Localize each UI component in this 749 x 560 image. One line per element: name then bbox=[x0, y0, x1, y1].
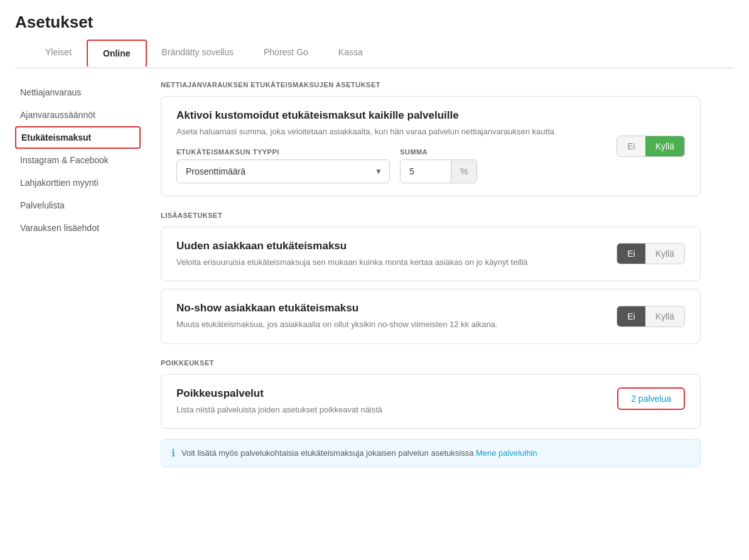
info-icon: ℹ bbox=[171, 447, 175, 459]
section2-title: LISÄASETUKSET bbox=[161, 212, 701, 219]
card-activate-prepayment-content: Aktivoi kustomoidut etukäteismaksut kaik… bbox=[176, 109, 685, 183]
card-activate-prepayment: Aktivoi kustomoidut etukäteismaksut kaik… bbox=[161, 96, 701, 197]
toggle-group-activate: Ei Kyllä bbox=[617, 136, 685, 157]
tab-brandatty[interactable]: Brändätty sovellus bbox=[147, 40, 249, 67]
prepayment-type-select[interactable]: Prosenttimäärä bbox=[176, 159, 390, 183]
page-title: Asetukset bbox=[15, 13, 734, 32]
info-text: Voit lisätä myös palvelukohtaisia etukät… bbox=[181, 448, 537, 458]
page-header: Asetukset Yleiset Online Brändätty sovel… bbox=[0, 0, 749, 68]
sidebar-item-palvelulista[interactable]: Palvelulista bbox=[15, 194, 141, 217]
form-group-type: ETUKÄTEISMAKSUN TYYPPI Prosenttimäärä ▼ bbox=[176, 148, 390, 183]
tab-phorest-go[interactable]: Phorest Go bbox=[249, 40, 323, 67]
section1-title: NETTIAJANVARAUKSEN ETUKÄTEISMAKSUJEN ASE… bbox=[161, 81, 701, 89]
section3-title: POIKKEUKSET bbox=[161, 359, 701, 367]
card-new-customer: Uuden asiakkaan etukäteismaksu Veloita e… bbox=[161, 227, 701, 282]
card-exceptions-desc: Lista niistä palveluista joiden asetukse… bbox=[176, 404, 607, 416]
page-container: Asetukset Yleiset Online Brändätty sovel… bbox=[0, 0, 749, 560]
info-link[interactable]: Mene palveluihin bbox=[476, 448, 537, 458]
sidebar-item-varauksen-lisaehdot[interactable]: Varauksen lisäehdot bbox=[15, 217, 141, 239]
info-bar: ℹ Voit lisätä myös palvelukohtaisia etuk… bbox=[161, 439, 701, 467]
tab-online[interactable]: Online bbox=[88, 41, 146, 66]
card-new-customer-title: Uuden asiakkaan etukäteismaksu bbox=[176, 240, 606, 252]
card-exceptions: Poikkeuspalvelut Lista niistä palveluist… bbox=[161, 374, 701, 429]
card-noshow-desc: Muuta etukäteismaksua, jos asiakkaalla o… bbox=[176, 318, 606, 331]
section-additional-settings: LISÄASETUKSET Uuden asiakkaan etukäteism… bbox=[161, 212, 701, 344]
form-sum-label: SUMMA bbox=[400, 148, 477, 156]
sum-input[interactable] bbox=[401, 160, 451, 183]
tab-kassa[interactable]: Kassa bbox=[323, 40, 378, 67]
card-noshow: No-show asiakkaan etukäteismaksu Muuta e… bbox=[161, 289, 701, 344]
card-new-customer-desc: Veloita erisuuruisia etukäteismaksuja se… bbox=[176, 256, 606, 269]
form-row: ETUKÄTEISMAKSUN TYYPPI Prosenttimäärä ▼ bbox=[176, 148, 606, 183]
card-noshow-title: No-show asiakkaan etukäteismaksu bbox=[176, 302, 606, 315]
sidebar-item-etukaiteismaksut[interactable]: Etukäteismaksut bbox=[15, 126, 141, 149]
toggle-group-new-customer: Ei Kyllä bbox=[617, 243, 685, 264]
tabs-nav: Yleiset Online Brändätty sovellus Phores… bbox=[15, 40, 734, 68]
sidebar-item-instagram-facebook[interactable]: Instagram & Facebook bbox=[15, 149, 141, 171]
sum-suffix: % bbox=[451, 160, 477, 183]
form-type-label: ETUKÄTEISMAKSUN TYYPPI bbox=[176, 148, 390, 156]
toggle-kylla-button[interactable]: Kyllä bbox=[645, 136, 684, 156]
card-exceptions-text: Poikkeuspalvelut Lista niistä palveluist… bbox=[176, 387, 607, 416]
card-noshow-content: No-show asiakkaan etukäteismaksu Muuta e… bbox=[176, 302, 685, 331]
form-input-group: % bbox=[400, 159, 477, 183]
form-group-sum: SUMMA % bbox=[400, 148, 477, 183]
content-area: NETTIAJANVARAUKSEN ETUKÄTEISMAKSUJEN ASE… bbox=[161, 81, 701, 547]
toggle-ei-button[interactable]: Ei bbox=[617, 136, 645, 156]
toggle-group-noshow: Ei Kyllä bbox=[617, 306, 685, 327]
toggle-ei-noshow-button[interactable]: Ei bbox=[617, 306, 645, 326]
sidebar: Nettiajanvaraus Ajanvaraussäännöt Etukät… bbox=[15, 81, 141, 547]
toggle-kylla-new-customer-button[interactable]: Kyllä bbox=[645, 244, 684, 264]
card-exceptions-title: Poikkeuspalvelut bbox=[176, 387, 607, 400]
section-prepayment-settings: NETTIAJANVARAUKSEN ETUKÄTEISMAKSUJEN ASE… bbox=[161, 81, 701, 197]
card-activate-prepayment-title: Aktivoi kustomoidut etukäteismaksut kaik… bbox=[176, 109, 606, 122]
sidebar-item-lahjakorttien-myynti[interactable]: Lahjakorttien myynti bbox=[15, 171, 141, 194]
card-activate-prepayment-text: Aktivoi kustomoidut etukäteismaksut kaik… bbox=[176, 109, 606, 183]
sidebar-item-nettiajanvaraus[interactable]: Nettiajanvaraus bbox=[15, 81, 141, 104]
card-exceptions-content: Poikkeuspalvelut Lista niistä palveluist… bbox=[176, 387, 685, 416]
toggle-ei-new-customer-button[interactable]: Ei bbox=[617, 244, 645, 264]
sidebar-item-ajanvaraussaannot[interactable]: Ajanvaraussäännöt bbox=[15, 104, 141, 126]
card-new-customer-text: Uuden asiakkaan etukäteismaksu Veloita e… bbox=[176, 240, 606, 269]
tab-online-wrapper: Online bbox=[87, 40, 147, 67]
card-new-customer-content: Uuden asiakkaan etukäteismaksu Veloita e… bbox=[176, 240, 685, 269]
section-exceptions: POIKKEUKSET Poikkeuspalvelut Lista niist… bbox=[161, 359, 701, 468]
form-select-wrapper: Prosenttimäärä ▼ bbox=[176, 159, 390, 183]
tab-yleiset[interactable]: Yleiset bbox=[30, 40, 87, 67]
card-activate-prepayment-desc: Aseta haluamasi summa, joka veloitetaan … bbox=[176, 126, 606, 138]
toggle-kylla-noshow-button[interactable]: Kyllä bbox=[645, 306, 684, 326]
main-layout: Nettiajanvaraus Ajanvaraussäännöt Etukät… bbox=[0, 68, 749, 560]
exception-services-button[interactable]: 2 palvelua bbox=[617, 387, 685, 410]
card-noshow-text: No-show asiakkaan etukäteismaksu Muuta e… bbox=[176, 302, 606, 331]
